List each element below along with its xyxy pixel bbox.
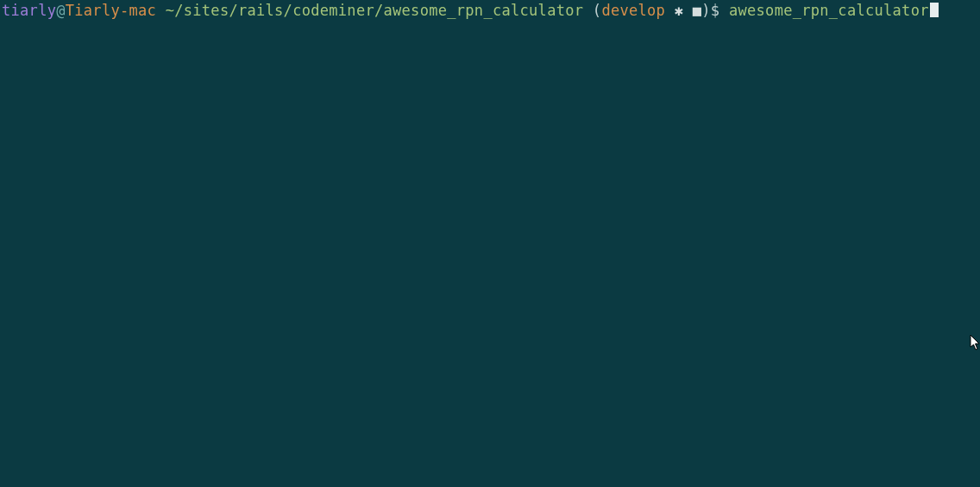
terminal-prompt-line[interactable]: tiarly@Tiarly-mac ~/sites/rails/codemine… (0, 0, 980, 19)
prompt-sigil: $ (711, 2, 720, 19)
prompt-path: ~/sites/rails/codeminer/awesome_rpn_calc… (166, 2, 584, 19)
status-dirty-icon: ✱ (675, 2, 684, 19)
prompt-at: @ (56, 2, 66, 19)
prompt-user: tiarly (2, 2, 56, 19)
prompt-paren-open: ( (593, 2, 602, 19)
command-input[interactable]: awesome_rpn_calculator (729, 2, 929, 19)
text-cursor (930, 3, 939, 17)
mouse-cursor-icon (970, 334, 980, 351)
prompt-space (683, 2, 693, 19)
status-staged-icon: ■ (693, 2, 702, 19)
prompt-space (583, 2, 593, 19)
prompt-branch: develop (601, 2, 665, 19)
prompt-space (665, 2, 675, 19)
prompt-host: Tiarly-mac (66, 2, 156, 19)
prompt-paren-close: ) (701, 2, 711, 19)
prompt-space (156, 2, 166, 19)
prompt-space (719, 2, 729, 19)
